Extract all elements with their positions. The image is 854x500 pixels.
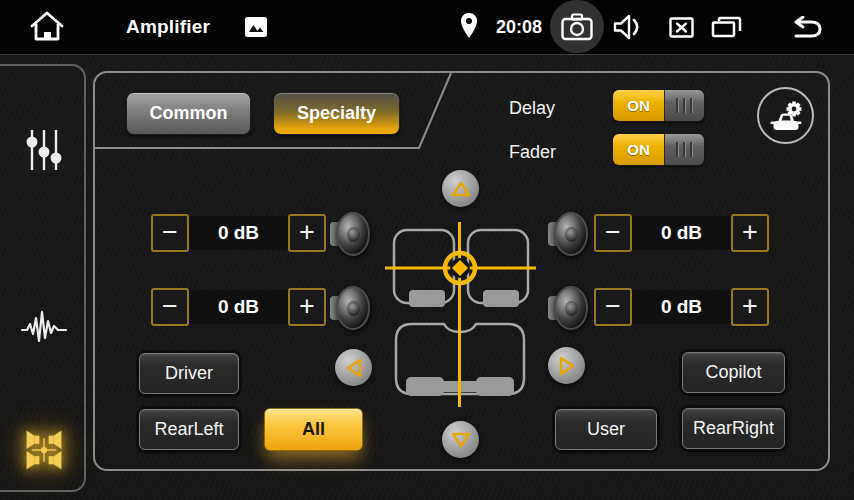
status-bar: Amplifier 20:08 [0,0,854,55]
front-right-decrease-button[interactable]: − [594,214,632,252]
front-left-decrease-button[interactable]: − [151,214,189,252]
delay-toggle[interactable]: ON [613,90,704,121]
home-icon [29,10,65,43]
close-app-button[interactable] [669,17,694,38]
rear-left-decrease-button[interactable]: − [151,288,189,326]
front-right-gain-value: 0 dB [632,216,731,250]
fader-toggle-state: ON [613,134,664,165]
preset-driver-button[interactable]: Driver [139,353,239,394]
back-icon [785,16,824,39]
front-right-gain-control: − 0 dB + [594,214,769,252]
gallery-button[interactable] [245,17,267,37]
rear-right-gain-control: − 0 dB + [594,288,769,326]
front-left-speaker-icon [330,211,370,257]
up-triangle-icon [451,181,471,197]
tab-common[interactable]: Common [126,92,251,135]
location-icon [460,12,478,39]
fader-label: Fader [509,142,556,163]
front-left-gain-value: 0 dB [189,216,288,250]
fader-balance-icon [23,429,65,471]
recent-apps-icon [711,16,742,38]
delay-toggle-state: ON [613,90,664,121]
volume-button[interactable] [612,13,642,41]
right-triangle-icon [559,356,575,376]
down-triangle-icon [451,432,471,448]
equalizer-icon [24,128,64,172]
clock: 20:08 [496,15,542,39]
app-title: Amplifier [126,14,210,40]
amplifier-screen: Amplifier 20:08 [0,0,854,500]
tab-specialty[interactable]: Specialty [273,92,400,135]
front-left-increase-button[interactable]: + [288,214,326,252]
camera-icon [561,13,593,41]
close-window-icon [669,17,694,38]
car-settings-icon [768,99,804,133]
rear-right-increase-button[interactable]: + [731,288,769,326]
sidebar-item-sound-effects[interactable] [20,304,68,352]
volume-icon [612,13,642,41]
car-settings-button[interactable] [757,87,814,144]
rear-right-gain-value: 0 dB [632,290,731,324]
front-left-gain-control: − 0 dB + [151,214,326,252]
rear-right-speaker-icon [548,285,588,331]
home-button[interactable] [29,10,65,43]
preset-copilot-button[interactable]: Copilot [682,352,785,393]
move-down-button[interactable] [442,421,479,458]
front-right-increase-button[interactable]: + [731,214,769,252]
preset-rearright-button[interactable]: RearRight [682,408,785,449]
sidebar-item-equalizer[interactable] [20,126,68,174]
screenshot-button[interactable] [550,0,604,53]
left-triangle-icon [346,358,362,378]
fader-toggle-handle [664,134,704,165]
move-up-button[interactable] [442,170,479,207]
rear-left-speaker-icon [330,285,370,331]
sidebar-item-fader-balance[interactable] [20,426,68,474]
rear-left-increase-button[interactable]: + [288,288,326,326]
move-right-button[interactable] [548,347,585,384]
move-left-button[interactable] [335,349,372,386]
preset-user-button[interactable]: User [555,409,657,450]
location-indicator [460,12,478,39]
sidebar [0,64,86,492]
back-button[interactable] [785,16,824,39]
preset-all-button[interactable]: All [264,408,363,451]
fader-toggle[interactable]: ON [613,134,704,165]
rear-right-decrease-button[interactable]: − [594,288,632,326]
rear-left-gain-value: 0 dB [189,290,288,324]
front-right-speaker-icon [548,211,588,257]
preset-rearleft-button[interactable]: RearLeft [139,409,239,450]
recent-apps-button[interactable] [711,16,742,38]
rear-left-gain-control: − 0 dB + [151,288,326,326]
gallery-icon [245,17,267,37]
delay-toggle-handle [664,90,704,121]
delay-label: Delay [509,98,555,119]
waveform-icon [21,308,67,348]
